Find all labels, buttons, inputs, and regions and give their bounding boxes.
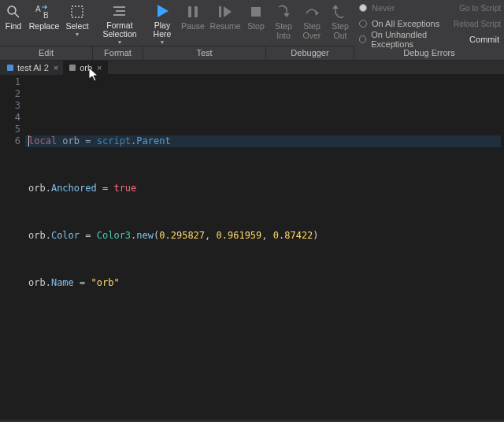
- text-cursor: [28, 135, 29, 146]
- tab-bar: test AI 2 × orb ×: [0, 61, 504, 75]
- svg-line-1: [15, 13, 19, 17]
- pause-button[interactable]: Pause: [178, 0, 208, 46]
- chevron-down-icon: ▾: [161, 39, 164, 46]
- debug-error-on-unhandled-label: On Unhandled Exceptions: [371, 30, 461, 49]
- gutter: 1 2 3 4 5 6: [0, 75, 25, 420]
- stop-button[interactable]: Stop: [243, 0, 269, 46]
- debug-error-never-label: Never: [372, 3, 395, 13]
- step-over-label: Step Over: [303, 22, 321, 40]
- svg-rect-10: [195, 6, 198, 17]
- group-edit: Edit: [0, 46, 92, 60]
- replace-icon: AB: [35, 2, 53, 22]
- play-label: Play Here: [154, 21, 172, 39]
- step-into-label: Step Into: [275, 22, 292, 40]
- svg-rect-18: [69, 65, 76, 71]
- reload-script-label: Reload Script: [454, 20, 501, 28]
- svg-rect-11: [219, 6, 221, 17]
- svg-point-0: [8, 6, 16, 14]
- step-into-icon: [276, 2, 291, 22]
- debug-error-never[interactable]: Never Go to Script: [354, 0, 504, 16]
- step-into-button[interactable]: Step Into: [269, 0, 298, 46]
- script-icon: [69, 64, 76, 72]
- search-icon: [6, 2, 21, 22]
- stop-label: Stop: [247, 22, 265, 31]
- svg-rect-13: [251, 7, 261, 17]
- line-number: 6: [0, 135, 20, 147]
- close-icon[interactable]: ×: [54, 63, 58, 72]
- tab-label: orb: [80, 63, 92, 72]
- svg-rect-4: [72, 6, 83, 17]
- code-editor[interactable]: 1 2 3 4 5 6 local orb = script.Parent or…: [0, 75, 504, 420]
- code-line: orb.Anchored = true: [28, 183, 504, 194]
- debug-error-on-all-label: On All Exceptions: [372, 19, 439, 28]
- ribbon: Find AB Replace Select ▾ Format Selectio…: [0, 0, 504, 61]
- debug-error-on-unhandled[interactable]: On Unhandled Exceptions Commit: [354, 31, 504, 47]
- code-line: orb.Color = Color3.new(0.295827, 0.96195…: [28, 230, 504, 242]
- pause-icon: [186, 2, 200, 22]
- step-out-label: Step Out: [332, 22, 349, 40]
- svg-marker-15: [315, 11, 319, 16]
- play-icon: [154, 2, 171, 21]
- resume-label: Resume: [209, 22, 240, 31]
- radio-icon: [359, 35, 366, 43]
- svg-rect-17: [7, 65, 13, 71]
- format-selection-label: Format Selection: [102, 21, 136, 39]
- debug-errors-panel: Never Go to Script On All Exceptions Rel…: [354, 0, 504, 47]
- line-number: 3: [0, 100, 20, 112]
- resume-icon: [217, 2, 233, 22]
- step-out-button[interactable]: Step Out: [326, 0, 354, 46]
- svg-text:A: A: [35, 5, 41, 13]
- svg-marker-16: [332, 5, 339, 9]
- code-line: [28, 324, 504, 336]
- svg-marker-8: [158, 5, 169, 17]
- format-icon: [111, 2, 128, 21]
- play-button[interactable]: Play Here ▾: [146, 0, 178, 46]
- radio-icon: [359, 20, 367, 28]
- find-button[interactable]: Find: [0, 0, 27, 46]
- line-number: 4: [0, 112, 20, 124]
- svg-rect-9: [188, 6, 191, 17]
- code-line: orb.Name = "orb": [28, 277, 504, 289]
- svg-text:B: B: [43, 11, 49, 20]
- tab-label: test AI 2: [17, 63, 49, 72]
- replace-label: Replace: [29, 22, 60, 31]
- group-format: Format: [93, 46, 143, 60]
- group-test: Test: [143, 46, 265, 60]
- chevron-down-icon: ▾: [76, 31, 79, 38]
- step-over-icon: [304, 2, 320, 22]
- code-area[interactable]: local orb = script.Parent orb.Anchored =…: [25, 75, 504, 420]
- tab-orb[interactable]: orb ×: [64, 61, 107, 75]
- pause-label: Pause: [181, 22, 205, 31]
- group-debugger: Debugger: [266, 46, 354, 60]
- tab-test-ai-2[interactable]: test AI 2 ×: [2, 61, 64, 75]
- replace-button[interactable]: AB Replace: [27, 0, 61, 46]
- step-over-button[interactable]: Step Over: [298, 0, 326, 46]
- close-icon[interactable]: ×: [97, 63, 102, 72]
- go-to-script-label: Go to Script: [459, 4, 501, 13]
- code-line: [28, 360, 504, 372]
- svg-marker-14: [284, 13, 290, 17]
- resume-button[interactable]: Resume: [208, 0, 243, 46]
- radio-icon: [359, 4, 367, 12]
- commit-button[interactable]: Commit: [469, 35, 499, 44]
- find-label: Find: [6, 22, 21, 31]
- chevron-down-icon: ▾: [118, 39, 121, 46]
- line-number: 1: [0, 76, 20, 88]
- svg-marker-12: [224, 6, 232, 17]
- script-icon: [6, 64, 14, 72]
- stop-icon: [249, 2, 263, 22]
- step-out-icon: [332, 2, 348, 22]
- line-number: 2: [0, 88, 20, 100]
- select-button[interactable]: Select ▾: [61, 0, 93, 46]
- debug-error-on-all[interactable]: On All Exceptions Reload Script: [354, 16, 504, 31]
- current-line-highlight: [25, 135, 501, 147]
- select-icon: [69, 2, 85, 22]
- format-selection-button[interactable]: Format Selection ▾: [99, 0, 140, 46]
- line-number: 5: [0, 124, 20, 135]
